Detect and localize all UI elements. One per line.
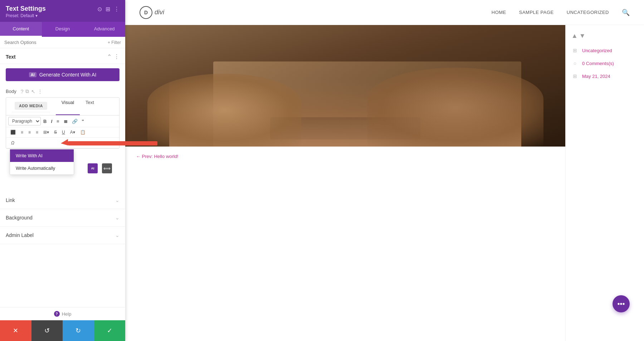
write-automatically-item[interactable]: Write Automatically: [10, 162, 74, 174]
tab-design[interactable]: Design: [42, 22, 84, 37]
align-center-button[interactable]: ≡: [19, 129, 25, 136]
text-section-options[interactable]: ⋮: [114, 53, 119, 60]
nav-logo: D divi: [140, 6, 164, 19]
search-input[interactable]: [4, 40, 105, 45]
category-text[interactable]: Uncategorized: [582, 48, 612, 53]
toolbar-row-2: ⬛ ≡ ≡ ≡ ⊞▾ S U A▾ 📋: [6, 127, 119, 138]
strikethrough-button[interactable]: S: [52, 129, 59, 136]
cursor-icon[interactable]: ↖: [31, 89, 35, 94]
link-title: Link: [6, 197, 15, 203]
body-row: Body ? ⧉ ↖ ⋮: [0, 85, 125, 97]
hero-image: [125, 25, 565, 147]
panel-header-left: Text Settings Preset: Default ▾: [6, 5, 46, 18]
panel-preset[interactable]: Preset: Default ▾: [6, 13, 46, 18]
undo-button[interactable]: ↺: [31, 320, 63, 341]
paste-button[interactable]: 📋: [78, 129, 88, 136]
help-label[interactable]: Help: [62, 311, 72, 317]
link-header[interactable]: Link ⌄: [0, 192, 125, 209]
comments-icon: ○: [571, 60, 579, 67]
panel-title: Text Settings: [6, 5, 46, 13]
panel-header: Text Settings Preset: Default ▾ ⊙ ⊞ ⋮: [0, 0, 125, 22]
settings-icon[interactable]: ⊙: [97, 6, 102, 13]
link-button[interactable]: 🔗: [70, 118, 79, 125]
text-section-collapse[interactable]: ⌃: [107, 53, 112, 60]
background-chevron: ⌄: [115, 215, 119, 221]
close-button[interactable]: ✕: [0, 320, 31, 341]
filter-button[interactable]: + Filter: [108, 40, 121, 45]
help-icon-body[interactable]: ?: [21, 89, 24, 94]
action-bar: ✕ ↺ ↻ ✓: [0, 320, 125, 341]
generate-ai-button[interactable]: AI Generate Content With AI: [6, 68, 119, 81]
tab-content[interactable]: Content: [0, 22, 42, 37]
redo-button[interactable]: ↻: [63, 320, 94, 341]
nav-link-home[interactable]: HOME: [492, 10, 506, 15]
floating-action-button[interactable]: •••: [613, 295, 630, 312]
quote-button[interactable]: ": [80, 118, 86, 125]
background-header[interactable]: Background ⌄: [0, 209, 125, 226]
prev-link[interactable]: ← Prev: Hello world!: [125, 147, 565, 166]
tab-add-media-row: ADD MEDIA: [6, 98, 56, 115]
ol-button[interactable]: ≣: [62, 118, 69, 125]
sidebar-comments: ○ 0 Comments(s): [571, 60, 638, 67]
editor-tab-text[interactable]: Text: [80, 98, 100, 115]
italic-button[interactable]: I: [49, 118, 54, 125]
generate-ai-label: Generate Content With AI: [39, 72, 97, 78]
paragraph-select[interactable]: Paragraph: [8, 117, 41, 125]
move-button[interactable]: ⟺: [102, 163, 112, 173]
bold-button[interactable]: B: [42, 118, 48, 125]
background-section: Background ⌄: [0, 209, 125, 227]
logo-text: divi: [155, 9, 164, 16]
panel-search: + Filter: [0, 37, 125, 48]
admin-label-chevron: ⌄: [115, 232, 119, 238]
text-section-title: Text: [6, 54, 16, 60]
save-button[interactable]: ✓: [94, 320, 126, 341]
underline-button[interactable]: U: [60, 129, 67, 136]
text-section-header: Text ⌃ ⋮: [0, 48, 125, 64]
arrow-down-icon[interactable]: ▼: [579, 32, 586, 40]
admin-label-header[interactable]: Admin Label ⌄: [0, 227, 125, 244]
add-media-button[interactable]: ADD MEDIA: [15, 102, 47, 110]
search-icon[interactable]: 🔍: [622, 9, 630, 16]
omega-button[interactable]: Ω: [9, 139, 16, 147]
arrow-up-icon[interactable]: ▲: [571, 32, 578, 40]
panel-footer: ? Help ✕ ↺ ↻ ✓: [0, 307, 125, 341]
nav-link-sample[interactable]: SAMPLE PAGE: [519, 10, 554, 15]
ul-button[interactable]: ≡: [55, 118, 61, 125]
main-area: D divi HOME SAMPLE PAGE UNCATEGORIZED 🔍: [125, 0, 644, 341]
toolbar-row-1: Paragraph B I ≡ ≣ 🔗 ": [6, 115, 119, 127]
ai-inline-button[interactable]: AI: [88, 163, 98, 173]
comments-text[interactable]: 0 Comments(s): [582, 61, 614, 66]
align-justify-button[interactable]: ≡: [34, 129, 40, 136]
category-icon: ⊞: [571, 47, 579, 54]
copy-icon[interactable]: ⧉: [25, 88, 29, 94]
sidebar-category: ⊞ Uncategorized: [571, 47, 638, 54]
sidebar-date: ⊞ May 21, 2024: [571, 73, 638, 80]
help-icon: ?: [54, 311, 60, 317]
tab-advanced[interactable]: Advanced: [83, 22, 125, 37]
toolbar-row-3: Ω: [6, 138, 119, 148]
more-body-icon[interactable]: ⋮: [38, 89, 43, 94]
logo-circle: D: [140, 6, 152, 19]
write-with-ai-item[interactable]: Write With AI: [10, 149, 74, 162]
hero-image-inner: [125, 25, 565, 147]
help-row: ? Help: [0, 307, 125, 320]
sidebar-arrows: ▲ ▼: [571, 32, 638, 40]
date-text: May 21, 2024: [582, 74, 610, 79]
more-icon[interactable]: ⋮: [114, 6, 119, 13]
nav-link-uncategorized[interactable]: UNCATEGORIZED: [567, 10, 609, 15]
panel-body: Text ⌃ ⋮ AI Generate Content With AI Bod…: [0, 48, 125, 341]
link-chevron: ⌄: [115, 197, 119, 203]
nav-links: HOME SAMPLE PAGE UNCATEGORIZED 🔍: [492, 9, 630, 16]
link-section: Link ⌄: [0, 192, 125, 209]
panel-header-icons: ⊙ ⊞ ⋮: [97, 5, 119, 13]
editor-area: ADD MEDIA Visual Text Paragraph B I ≡ ≣ …: [6, 97, 119, 149]
align-left-button[interactable]: ⬛: [8, 129, 18, 136]
columns-icon[interactable]: ⊞: [106, 6, 110, 13]
table-button[interactable]: ⊞▾: [41, 129, 51, 136]
color-button[interactable]: A▾: [68, 129, 77, 136]
align-right-button[interactable]: ≡: [26, 129, 33, 136]
editor-tab-visual[interactable]: Visual: [56, 98, 80, 115]
admin-label-title: Admin Label: [6, 232, 34, 238]
ai-badge: AI: [29, 72, 36, 77]
background-title: Background: [6, 215, 33, 221]
